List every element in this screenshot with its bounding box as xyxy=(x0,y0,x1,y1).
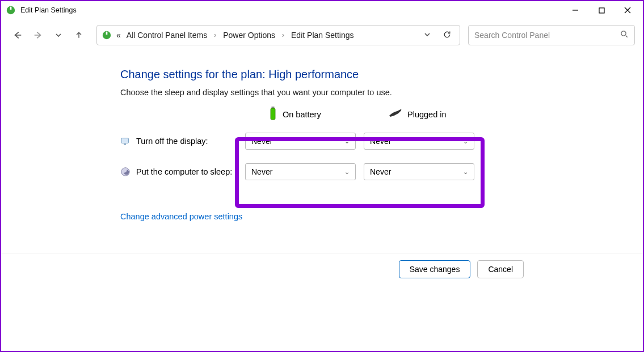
sleep-battery-dropdown[interactable]: Never ⌄ xyxy=(245,163,356,180)
chevron-down-icon: ⌄ xyxy=(463,168,468,176)
setting-row-display: Turn off the display: Never ⌄ Never ⌄ xyxy=(120,133,643,150)
setting-label-sleep: Put the computer to sleep: xyxy=(136,167,232,176)
display-icon xyxy=(120,136,131,146)
history-dropdown-button[interactable] xyxy=(423,31,431,40)
recent-locations-button[interactable] xyxy=(50,27,67,44)
sleep-plugged-dropdown[interactable]: Never ⌄ xyxy=(364,163,474,180)
close-button[interactable] xyxy=(614,1,641,19)
chevron-right-icon: › xyxy=(212,31,218,39)
maximize-button[interactable] xyxy=(588,1,614,19)
svg-rect-7 xyxy=(106,32,108,35)
address-bar[interactable]: « All Control Panel Items › Power Option… xyxy=(96,25,460,45)
main-content: Change settings for the plan: High perfo… xyxy=(1,51,643,222)
battery-icon xyxy=(268,106,278,122)
minimize-button[interactable] xyxy=(562,1,588,19)
save-button[interactable]: Save changes xyxy=(399,260,471,278)
plug-icon xyxy=(387,108,403,121)
svg-rect-10 xyxy=(271,108,275,120)
chevron-down-icon: ⌄ xyxy=(344,168,350,176)
search-input[interactable] xyxy=(474,31,620,40)
refresh-button[interactable] xyxy=(443,30,452,41)
display-battery-dropdown[interactable]: Never ⌄ xyxy=(245,133,356,150)
breadcrumb-item[interactable]: Edit Plan Settings xyxy=(290,29,355,41)
search-box[interactable] xyxy=(468,25,635,45)
advanced-settings-link[interactable]: Change advanced power settings xyxy=(120,212,242,221)
nav-up-button[interactable] xyxy=(70,27,87,44)
nav-back-button[interactable] xyxy=(9,27,26,44)
button-label: Save changes xyxy=(410,265,460,274)
titlebar: Edit Plan Settings xyxy=(1,1,643,19)
column-header-battery: On battery xyxy=(283,110,321,119)
breadcrumb-item[interactable]: Power Options xyxy=(222,29,276,41)
power-options-icon xyxy=(6,5,16,15)
window-controls xyxy=(562,1,641,19)
chevron-right-icon: › xyxy=(280,31,287,39)
cancel-button[interactable]: Cancel xyxy=(477,260,524,278)
navigation-bar: « All Control Panel Items › Power Option… xyxy=(1,19,643,51)
svg-point-8 xyxy=(621,31,626,36)
chevron-down-icon: ⌄ xyxy=(463,138,468,145)
dropdown-value: Never xyxy=(370,137,391,146)
sleep-icon xyxy=(120,167,131,177)
setting-label-display: Turn off the display: xyxy=(136,137,208,146)
breadcrumb-prefix[interactable]: « xyxy=(115,29,122,41)
page-title: Change settings for the plan: High perfo… xyxy=(120,68,643,81)
page-subtitle: Choose the sleep and display settings th… xyxy=(120,88,643,97)
window-title: Edit Plan Settings xyxy=(20,6,77,14)
dropdown-value: Never xyxy=(370,167,391,176)
svg-rect-14 xyxy=(124,144,126,145)
svg-rect-3 xyxy=(599,8,604,13)
svg-line-9 xyxy=(626,36,628,37)
chevron-down-icon: ⌄ xyxy=(344,138,350,145)
setting-row-sleep: Put the computer to sleep: Never ⌄ Never… xyxy=(120,163,643,180)
column-header-plugged: Plugged in xyxy=(407,110,447,119)
button-label: Cancel xyxy=(488,265,513,274)
breadcrumb-item[interactable]: All Control Panel Items xyxy=(125,29,208,41)
svg-rect-11 xyxy=(272,107,275,108)
dropdown-value: Never xyxy=(251,167,272,176)
footer-buttons: Save changes Cancel xyxy=(1,253,643,285)
svg-rect-1 xyxy=(10,7,12,10)
svg-rect-13 xyxy=(121,138,129,143)
nav-forward-button[interactable] xyxy=(30,27,47,44)
display-plugged-dropdown[interactable]: Never ⌄ xyxy=(364,133,474,150)
search-icon[interactable] xyxy=(620,30,629,40)
dropdown-value: Never xyxy=(251,137,272,146)
power-plan-icon xyxy=(102,30,112,40)
